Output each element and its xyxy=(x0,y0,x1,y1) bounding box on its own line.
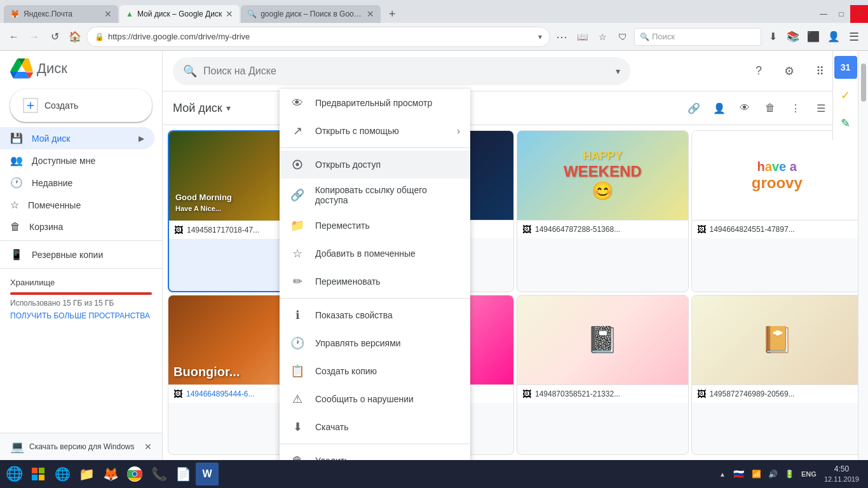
account-btn[interactable]: 👤 xyxy=(825,28,843,46)
file-card-7[interactable]: 📓 🖼 1494870358521-21332... xyxy=(517,295,689,456)
more-btn[interactable]: ⋮ xyxy=(784,97,807,119)
ctx-item-versions[interactable]: 🕐 Управлять версиями xyxy=(280,329,470,357)
sidebar-browser-btn[interactable]: ⬛ xyxy=(804,28,822,46)
download-banner: 💻 Скачать версию для Windows ✕ xyxy=(0,433,162,460)
nav-item-trash[interactable]: 🗑 Корзина xyxy=(0,216,154,238)
taskbar-ie[interactable]: 🌐 xyxy=(51,463,74,485)
taskbar-clock[interactable]: 4:50 12.11.2019 xyxy=(820,460,863,488)
apps-btn[interactable]: ⠿ xyxy=(807,58,832,84)
download-btn[interactable]: ⬇ xyxy=(764,28,782,46)
ctx-item-share[interactable]: Открыть доступ xyxy=(280,151,470,179)
taskbar-notepad[interactable]: 📄 xyxy=(172,463,194,485)
bookmark-btn[interactable]: ☆ xyxy=(593,28,611,46)
list-view-btn[interactable]: ☰ xyxy=(810,97,832,119)
search-dropdown-icon[interactable]: ▾ xyxy=(616,66,620,76)
file-card-4[interactable]: have a groovy 🖼 1494664824551-47897... xyxy=(691,130,864,292)
folder-dropdown-icon[interactable]: ▾ xyxy=(226,103,231,113)
file-type-icon-7: 🖼 xyxy=(522,389,531,399)
storage-used-text: Использовано 15 ГБ из 15 ГБ xyxy=(10,299,152,308)
ctx-item-open-with[interactable]: ↗ Открыть с помощью › xyxy=(280,117,470,145)
main-content: 🔍 ▾ ? ⚙ ⠿ Мой диск ▾ 🔗 👤 👁 xyxy=(163,51,868,460)
ff-search-box[interactable]: 🔍 Поиск xyxy=(634,28,761,46)
tray-battery[interactable]: 🔋 xyxy=(782,463,797,485)
tray-arrow[interactable]: ▲ xyxy=(716,463,729,485)
scrollbar-track[interactable] xyxy=(858,51,868,460)
computer-icon: 💻 xyxy=(10,440,24,454)
home-btn[interactable]: 🏠 xyxy=(66,28,84,46)
nav-expand-icon[interactable]: ▶ xyxy=(139,134,144,143)
help-btn[interactable]: ? xyxy=(746,58,771,84)
ff-search-placeholder: Поиск xyxy=(652,32,675,41)
calendar-sidebar-btn[interactable]: 31 xyxy=(834,56,857,79)
ctx-item-report[interactable]: ⚠ Сообщить о нарушении xyxy=(280,385,470,413)
ctx-item-properties[interactable]: ℹ Показать свойства xyxy=(280,301,470,329)
back-btn[interactable]: ← xyxy=(5,28,23,46)
ctx-item-preview[interactable]: 👁 Предварительный просмотр xyxy=(280,89,470,117)
ctx-item-rename[interactable]: ✏ Переименовать xyxy=(280,268,470,295)
nav-item-my-drive[interactable]: 💾 Мой диск ▶ xyxy=(0,127,154,149)
delete-btn[interactable]: 🗑 xyxy=(759,97,782,119)
more-tools-btn[interactable]: ⋯ xyxy=(553,28,571,46)
tray-lang[interactable]: ENG xyxy=(799,463,819,485)
url-bar[interactable]: 🔒 https://drive.google.com/drive/my-driv… xyxy=(86,27,550,47)
taskbar-globe[interactable]: 🌐 xyxy=(3,463,25,485)
taskbar-windows[interactable] xyxy=(27,463,50,485)
ctx-divider-1 xyxy=(280,147,470,148)
nav-item-starred[interactable]: ☆ Помеченные xyxy=(0,194,154,216)
create-button[interactable]: Создать xyxy=(10,89,152,122)
taskbar-word[interactable]: W xyxy=(196,463,219,485)
star-ctx-icon: ☆ xyxy=(290,246,305,261)
nav-item-recent[interactable]: 🕐 Недавние xyxy=(0,172,154,194)
tray-network[interactable]: 📶 xyxy=(749,463,764,485)
preview-btn[interactable]: 👁 xyxy=(733,97,756,119)
window-minimize[interactable]: — xyxy=(815,5,832,23)
forward-btn[interactable]: → xyxy=(25,28,43,46)
tray-flag[interactable]: 🇷🇺 xyxy=(730,463,748,485)
file-card-3[interactable]: HAPPY WEEKEND 😊 🖼 1494664787288-51368... xyxy=(517,130,689,292)
add-person-btn[interactable]: 👤 xyxy=(708,97,731,119)
tab3-close[interactable]: ✕ xyxy=(367,9,374,19)
ctx-item-download[interactable]: ⬇ Скачать xyxy=(280,413,470,441)
tasks-sidebar-btn[interactable]: ✓ xyxy=(834,84,857,107)
new-tab-btn[interactable]: + xyxy=(383,5,401,23)
tab-1[interactable]: 🦊 Яндекс.Почта ✕ xyxy=(4,5,118,23)
tab-2[interactable]: ▲ Мой диск – Google Диск ✕ xyxy=(119,5,240,23)
file-info-4: 🖼 1494664824551-47897... xyxy=(692,220,863,238)
ctx-item-star[interactable]: ☆ Добавить в помеченные xyxy=(280,240,470,268)
taskbar-files[interactable]: 📁 xyxy=(75,463,98,485)
window-maximize[interactable]: □ xyxy=(832,5,850,23)
share-link-btn[interactable]: 🔗 xyxy=(682,97,705,119)
window-close[interactable]: ✕ xyxy=(850,5,868,23)
taskbar-chrome[interactable] xyxy=(123,463,146,485)
tab1-close[interactable]: ✕ xyxy=(104,9,112,19)
file-info-7: 🖼 1494870358521-21332... xyxy=(517,384,688,403)
ctx-item-delete[interactable]: 🗑 Удалить xyxy=(280,447,470,460)
ctx-item-copy[interactable]: 📋 Создать копию xyxy=(280,357,470,385)
toolbar-actions: 🔗 👤 👁 🗑 ⋮ ☰ ℹ xyxy=(682,97,858,119)
taskbar-viber[interactable]: 📞 xyxy=(147,463,170,485)
file-type-icon-4: 🖼 xyxy=(697,224,706,234)
search-input[interactable] xyxy=(203,65,609,77)
settings-btn[interactable]: ⚙ xyxy=(776,58,802,84)
file-card-8[interactable]: 📔 🖼 1495872746989-20569... xyxy=(691,295,864,456)
tray-volume[interactable]: 🔊 xyxy=(766,463,781,485)
storage-upgrade-link[interactable]: ПОЛУЧИТЬ БОЛЬШЕ ПРОСТРАНСТВА xyxy=(10,311,152,320)
keep-sidebar-btn[interactable]: ✎ xyxy=(834,112,857,135)
ctx-item-copy-link[interactable]: 🔗 Копировать ссылку общего доступа xyxy=(280,179,470,212)
ctx-item-move[interactable]: 📁 Переместить xyxy=(280,212,470,240)
refresh-btn[interactable]: ↺ xyxy=(46,28,64,46)
banner-close-btn[interactable]: ✕ xyxy=(144,442,152,452)
reading-list-btn[interactable]: 📖 xyxy=(573,28,591,46)
tab2-close[interactable]: ✕ xyxy=(226,9,233,19)
tab-3[interactable]: 🔍 google диск – Поиск в Google ✕ xyxy=(241,5,381,23)
open-with-ctx-icon: ↗ xyxy=(290,123,305,139)
browser-menu-btn[interactable]: ☰ xyxy=(845,28,863,46)
nav-item-shared[interactable]: 👥 Доступные мне xyxy=(0,149,154,172)
scrollbar-thumb[interactable] xyxy=(861,64,866,102)
url-dropdown-icon[interactable]: ▾ xyxy=(538,32,542,41)
search-bar[interactable]: 🔍 ▾ xyxy=(173,57,630,85)
file-info-3: 🖼 1494664787288-51368... xyxy=(517,220,688,238)
nav-item-backups[interactable]: 📱 Резервные копии xyxy=(0,243,154,266)
taskbar-firefox[interactable]: 🦊 xyxy=(99,463,122,485)
library-btn[interactable]: 📚 xyxy=(784,28,802,46)
